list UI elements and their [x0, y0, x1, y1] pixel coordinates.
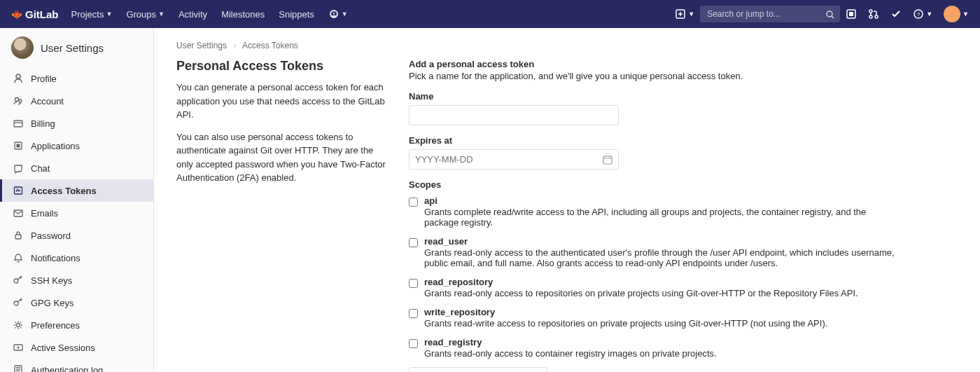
sidebar-item-access-tokens[interactable]: Access Tokens: [0, 179, 153, 202]
scope-read_registry: read_registryGrants read-only access to …: [409, 337, 902, 359]
svg-point-5: [869, 15, 872, 18]
scope-desc: Grants read-only access to container reg…: [424, 348, 902, 359]
sidebar-item-label: Applications: [31, 141, 80, 151]
intro-text-2: You can also use personal access tokens …: [176, 130, 386, 185]
merge-requests-icon-btn[interactable]: [862, 0, 885, 28]
sidebar-item-ssh-keys[interactable]: SSH Keys: [0, 269, 153, 291]
sidebar-item-label: Password: [31, 230, 71, 241]
nav-milestones[interactable]: Milestones: [214, 0, 272, 28]
sidebar-item-gpg-keys[interactable]: GPG Keys: [0, 291, 153, 314]
sidebar-item-label: Preferences: [31, 320, 80, 331]
sidebar-item-password[interactable]: Password: [0, 224, 153, 247]
svg-rect-23: [15, 366, 22, 372]
svg-rect-14: [17, 144, 20, 148]
sidebar-item-label: Billing: [31, 118, 55, 129]
scope-name: read_repository: [424, 277, 902, 287]
todos-icon-btn[interactable]: [885, 0, 907, 28]
sidebar-icon: [13, 275, 24, 286]
user-menu[interactable]: ▼: [938, 0, 974, 28]
breadcrumb-root[interactable]: User Settings: [176, 41, 227, 50]
svg-point-19: [14, 301, 18, 305]
merge-request-icon: [868, 8, 879, 20]
sidebar-item-chat[interactable]: Chat: [0, 157, 153, 179]
sidebar-item-label: GPG Keys: [31, 298, 74, 308]
plus-square-icon: [675, 8, 686, 20]
scope-checkbox-api[interactable]: [409, 198, 418, 207]
question-icon: ?: [913, 8, 924, 20]
sidebar-icon: [13, 163, 24, 174]
create-token-button[interactable]: Create personal access token: [409, 367, 547, 372]
nav-projects[interactable]: Projects▼: [64, 0, 120, 28]
breadcrumb: User Settings › Access Tokens: [176, 41, 902, 50]
sidebar-item-label: Profile: [31, 74, 57, 84]
sidebar-item-label: Notifications: [31, 253, 80, 263]
scope-name: read_registry: [424, 337, 902, 347]
help-dropdown[interactable]: ?▼: [907, 0, 938, 28]
scope-desc: Grants read-only access to repositories …: [424, 288, 902, 298]
name-label: Name: [409, 91, 902, 102]
sidebar-item-label: Active Sessions: [31, 343, 95, 353]
issues-icon: [846, 8, 857, 20]
scope-checkbox-read_registry[interactable]: [409, 339, 418, 348]
gauge-icon: [328, 8, 340, 20]
sidebar-icon: [13, 95, 24, 106]
user-avatar: [11, 36, 34, 59]
sidebar-item-authentication-log[interactable]: Authentication log: [0, 359, 153, 372]
scope-checkbox-read_repository[interactable]: [409, 279, 418, 288]
sidebar-icon: [13, 207, 24, 219]
search-box: [700, 6, 840, 22]
chevron-down-icon: ▼: [342, 11, 348, 18]
sidebar-item-profile[interactable]: Profile: [0, 67, 153, 90]
svg-point-6: [875, 15, 878, 18]
expires-input[interactable]: [409, 149, 619, 170]
svg-point-18: [14, 279, 18, 283]
sidebar-icon: [13, 185, 24, 196]
scope-desc: Grants read-only access to the authentic…: [424, 247, 902, 268]
form-title: Add a personal access token: [409, 59, 902, 69]
sidebar-icon: [13, 230, 24, 241]
svg-rect-12: [14, 120, 22, 127]
sidebar-item-notifications[interactable]: Notifications: [0, 247, 153, 269]
sidebar-item-label: Account: [31, 96, 64, 106]
chevron-down-icon: ▼: [926, 11, 932, 18]
gitlab-logo[interactable]: GitLab: [6, 8, 64, 20]
sidebar-item-applications[interactable]: Applications: [0, 135, 153, 157]
scopes-label: Scopes: [409, 179, 902, 190]
tanuki-icon: [11, 8, 22, 20]
nav-activity[interactable]: Activity: [172, 0, 214, 28]
sidebar-item-billing[interactable]: Billing: [0, 112, 153, 135]
search-input[interactable]: [700, 6, 840, 22]
scope-checkbox-write_repository[interactable]: [409, 309, 418, 318]
scope-desc: Grants complete read/write access to the…: [424, 207, 902, 228]
brand-text: GitLab: [25, 8, 59, 20]
sidebar-icon: [13, 73, 24, 84]
nav-links: Projects▼ Groups▼ Activity Milestones Sn…: [64, 0, 355, 28]
sidebar-item-label: Authentication log: [31, 365, 103, 373]
svg-text:?: ?: [917, 11, 920, 18]
breadcrumb-leaf: Access Tokens: [242, 41, 298, 50]
sidebar-icon: [13, 364, 24, 372]
avatar: [944, 6, 960, 22]
sidebar-item-label: SSH Keys: [31, 275, 72, 286]
sidebar-item-preferences[interactable]: Preferences: [0, 314, 153, 336]
chevron-down-icon: ▼: [106, 11, 112, 18]
scope-api: apiGrants complete read/write access to …: [409, 195, 902, 228]
sidebar-item-label: Chat: [31, 163, 50, 174]
scope-desc: Grants read-write access to repositories…: [424, 318, 902, 329]
scope-read_user: read_userGrants read-only access to the …: [409, 236, 902, 268]
sidebar-icon: [13, 252, 24, 263]
sidebar-item-active-sessions[interactable]: Active Sessions: [0, 336, 153, 359]
sidebar-item-label: Emails: [31, 208, 58, 219]
chevron-down-icon: ▼: [158, 11, 164, 18]
sidebar-item-emails[interactable]: Emails: [0, 202, 153, 224]
nav-snippets[interactable]: Snippets: [272, 0, 321, 28]
scope-checkbox-read_user[interactable]: [409, 238, 418, 247]
name-input[interactable]: [409, 105, 619, 125]
nav-groups[interactable]: Groups▼: [119, 0, 172, 28]
plus-dropdown[interactable]: ▼: [669, 0, 700, 28]
sidebar-item-account[interactable]: Account: [0, 90, 153, 112]
scope-name: write_repository: [424, 307, 902, 317]
sidebar: User Settings ProfileAccountBillingAppli…: [0, 28, 154, 372]
nav-instance-review[interactable]: ▼: [321, 0, 355, 28]
issues-icon-btn[interactable]: [840, 0, 862, 28]
